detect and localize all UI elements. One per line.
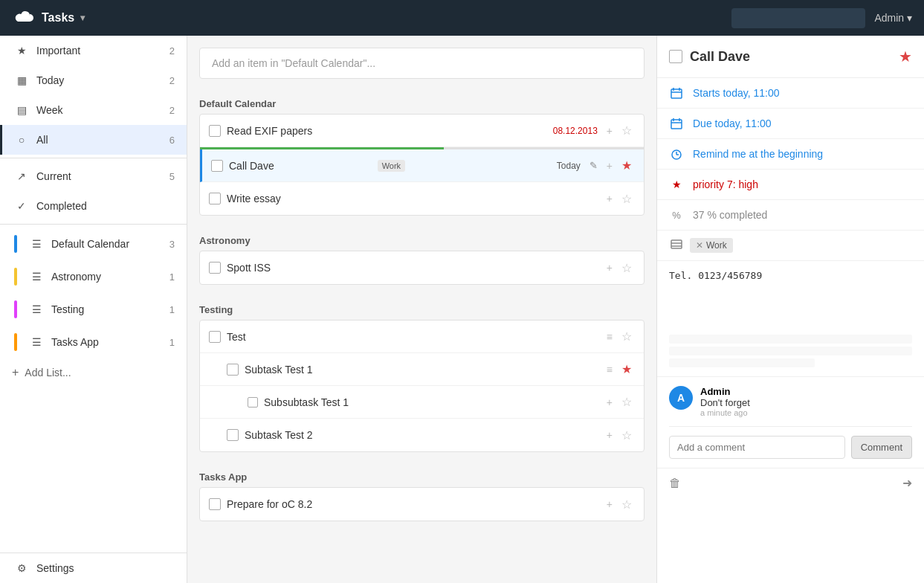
sidebar-count-week: 2	[169, 105, 175, 116]
sidebar-item-today[interactable]: ▦ Today 2	[0, 65, 187, 95]
reorder-icon-test[interactable]: ≡	[604, 329, 616, 344]
task-name-test: Test	[227, 331, 598, 343]
add-item-bar[interactable]: Add an item in "Default Calendar"...	[199, 48, 644, 79]
comment-submit-button[interactable]: Comment	[851, 436, 912, 459]
star-btn-call-dave[interactable]: ★	[618, 157, 635, 174]
task-actions-read-exif: + ☆	[604, 122, 635, 139]
sidebar-item-all[interactable]: ○ All 6	[0, 125, 187, 155]
list-color-astronomy	[14, 268, 17, 286]
star-btn-prepare-oc[interactable]: ☆	[618, 496, 635, 513]
add-list-button[interactable]: + Add List...	[0, 358, 187, 387]
task-row-subtask-2: Subtask Test 2 + ☆	[200, 419, 644, 451]
detail-star-btn[interactable]: ★	[899, 48, 912, 65]
add-task-btn-call-dave[interactable]: +	[604, 158, 616, 173]
svg-rect-11	[671, 240, 682, 248]
reorder-icon-subtask-1[interactable]: ≡	[604, 362, 616, 377]
sidebar-item-astronomy[interactable]: ☰ Astronomy 1	[0, 260, 187, 293]
checkbox-subtask-1[interactable]	[227, 364, 239, 376]
section-title-default: Default Calendar	[199, 94, 644, 114]
sidebar-item-tasks-app[interactable]: ☰ Tasks App 1	[0, 326, 187, 358]
settings-item[interactable]: ⚙ Settings	[0, 553, 187, 583]
task-row-test: Test ≡ ☆	[200, 321, 644, 353]
star-btn-write-essay[interactable]: ☆	[618, 190, 635, 207]
section-title-testing: Testing	[199, 300, 644, 320]
task-wrapper-read-exif: Read EXIF papers 08.12.2013 + ☆	[200, 115, 644, 149]
sidebar-count-astronomy: 1	[169, 271, 175, 283]
add-btn-prepare-oc[interactable]: +	[604, 497, 616, 512]
star-btn-subtask-1[interactable]: ★	[618, 361, 635, 378]
add-task-btn-write-essay[interactable]: +	[604, 191, 616, 206]
percent-icon: %	[669, 207, 684, 222]
sidebar-label-all: All	[36, 134, 162, 146]
search-input[interactable]	[731, 8, 865, 28]
star-btn-read-exif[interactable]: ☆	[618, 122, 635, 139]
detail-notes-textarea[interactable]: Tel. 0123/456789	[669, 270, 912, 329]
add-btn-subsubtask-1[interactable]: +	[604, 395, 616, 410]
sidebar-count-today: 2	[169, 75, 175, 86]
sidebar-item-completed[interactable]: ✓ Completed	[0, 191, 187, 221]
checkbox-call-dave[interactable]	[211, 160, 223, 172]
detail-row-percent: % 37 % completed	[657, 200, 924, 231]
detail-footer: 🗑 ➜	[657, 468, 924, 497]
star-btn-subtask-2[interactable]: ☆	[618, 427, 635, 444]
checkbox-spott-iss[interactable]	[209, 262, 221, 274]
list-icon-tasks-app: ☰	[29, 335, 44, 350]
clock-icon	[669, 146, 684, 161]
detail-row-remind: Remind me at the beginning	[657, 139, 924, 170]
admin-menu[interactable]: Admin ▾	[874, 12, 912, 24]
detail-comment-section: A Admin Don't forget a minute ago Commen…	[657, 377, 924, 468]
comment-author: Admin	[700, 386, 912, 397]
sidebar-item-important[interactable]: ★ Important 2	[0, 36, 187, 65]
sidebar-item-current[interactable]: ↗ Current 5	[0, 161, 187, 191]
star-priority-icon: ★	[669, 177, 684, 192]
progress-bar-fill	[200, 147, 444, 149]
checkbox-read-exif[interactable]	[209, 125, 221, 137]
task-name-subsubtask-1: Subsubtask Test 1	[264, 396, 598, 408]
topbar: Tasks ▾ Admin ▾	[0, 0, 924, 36]
sidebar-lists: ☰ Default Calendar 3 ☰ Astronomy 1 ☰ Tes…	[0, 224, 187, 358]
circle-icon: ○	[14, 132, 29, 147]
add-task-btn-spott-iss[interactable]: +	[604, 260, 616, 275]
calendar-today-icon: ▦	[14, 73, 29, 88]
sidebar-item-default-calendar[interactable]: ☰ Default Calendar 3	[0, 228, 187, 260]
task-name-subtask-2: Subtask Test 2	[245, 429, 598, 441]
sidebar-item-testing[interactable]: ☰ Testing 1	[0, 293, 187, 326]
star-btn-subsubtask-1[interactable]: ☆	[618, 393, 635, 410]
checkbox-write-essay[interactable]	[209, 193, 221, 204]
star-btn-test[interactable]: ☆	[618, 328, 635, 345]
detail-row-priority: ★ priority 7: high	[657, 170, 924, 200]
checkbox-subsubtask-1[interactable]	[248, 397, 258, 408]
app-title-dropdown[interactable]: ▾	[80, 13, 85, 23]
task-content: Add an item in "Default Calendar"... Def…	[187, 36, 656, 583]
checkbox-prepare-oc[interactable]	[209, 498, 221, 510]
sidebar-item-settings[interactable]: ⚙ Settings	[0, 553, 187, 583]
sidebar-item-week[interactable]: ▤ Week 2	[0, 95, 187, 125]
send-icon[interactable]: ➜	[902, 476, 912, 490]
star-btn-spott-iss[interactable]: ☆	[618, 260, 635, 277]
task-row-call-dave: Call Dave Work Today ✎ + ★	[200, 149, 644, 182]
progress-bar-bg	[200, 147, 644, 149]
detail-notes: Tel. 0123/456789	[657, 261, 924, 377]
add-comment-input[interactable]	[669, 436, 845, 459]
calendar-week-icon: ▤	[14, 103, 29, 117]
notes-line-1	[669, 335, 912, 344]
task-actions-write-essay: + ☆	[604, 190, 635, 207]
detail-tag-x[interactable]: ✕	[696, 240, 703, 251]
task-row-prepare-oc: Prepare for oC 8.2 + ☆	[200, 488, 644, 521]
sidebar-label-today: Today	[36, 74, 162, 86]
trash-icon[interactable]: 🗑	[669, 477, 681, 490]
task-actions-prepare-oc: + ☆	[604, 496, 635, 513]
list-icon-default: ☰	[29, 236, 44, 251]
task-actions-subsubtask-1: + ☆	[604, 393, 635, 410]
task-list-default: Read EXIF papers 08.12.2013 + ☆ Call Da	[199, 114, 644, 216]
sidebar-label-tasks-app: Tasks App	[51, 336, 162, 348]
sidebar-label-default: Default Calendar	[51, 238, 162, 250]
add-task-btn-read-exif[interactable]: +	[604, 123, 616, 138]
edit-icon-call-dave[interactable]: ✎	[589, 160, 598, 171]
add-btn-subtask-2[interactable]: +	[604, 428, 616, 442]
checkbox-test[interactable]	[209, 331, 221, 343]
checkbox-subtask-2[interactable]	[227, 429, 239, 441]
task-actions-spott-iss: + ☆	[604, 260, 635, 277]
detail-checkbox[interactable]	[669, 50, 682, 63]
cloud-icon	[12, 6, 36, 30]
